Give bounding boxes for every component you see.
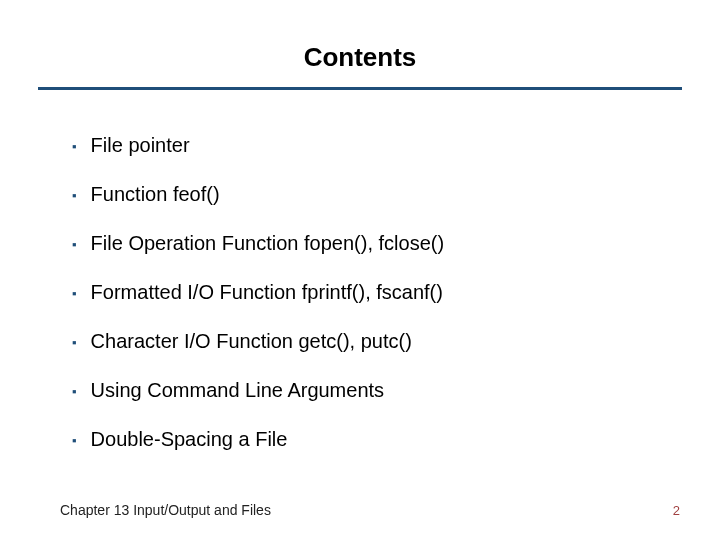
bullet-icon: ▪: [72, 234, 77, 256]
bullet-icon: ▪: [72, 332, 77, 354]
list-item-text: File pointer: [91, 134, 190, 157]
bullet-icon: ▪: [72, 381, 77, 403]
list-item: ▪ Double-Spacing a File: [72, 428, 680, 451]
list-item-text: Function feof(): [91, 183, 220, 206]
list-item: ▪ File Operation Function fopen(), fclos…: [72, 232, 680, 255]
bullet-icon: ▪: [72, 185, 77, 207]
bullet-icon: ▪: [72, 136, 77, 158]
content-list: ▪ File pointer ▪ Function feof() ▪ File …: [0, 90, 720, 451]
list-item-text: Formatted I/O Function fprintf(), fscanf…: [91, 281, 443, 304]
list-item: ▪ Character I/O Function getc(), putc(): [72, 330, 680, 353]
footer-chapter: Chapter 13 Input/Output and Files: [60, 502, 271, 518]
slide-title: Contents: [40, 42, 680, 73]
list-item-text: Double-Spacing a File: [91, 428, 288, 451]
list-item-text: Using Command Line Arguments: [91, 379, 384, 402]
list-item: ▪ File pointer: [72, 134, 680, 157]
footer-page-number: 2: [673, 503, 680, 518]
bullet-icon: ▪: [72, 430, 77, 452]
list-item-text: File Operation Function fopen(), fclose(…: [91, 232, 445, 255]
list-item: ▪ Formatted I/O Function fprintf(), fsca…: [72, 281, 680, 304]
list-item: ▪ Function feof(): [72, 183, 680, 206]
slide: Contents ▪ File pointer ▪ Function feof(…: [0, 0, 720, 540]
title-area: Contents: [0, 0, 720, 81]
list-item: ▪ Using Command Line Arguments: [72, 379, 680, 402]
list-item-text: Character I/O Function getc(), putc(): [91, 330, 412, 353]
bullet-icon: ▪: [72, 283, 77, 305]
footer: Chapter 13 Input/Output and Files 2: [0, 502, 720, 518]
